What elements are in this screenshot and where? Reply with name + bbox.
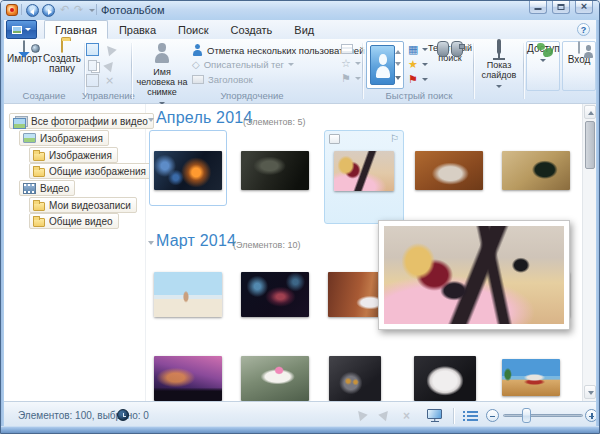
section-header-april[interactable]: Апрель 2014: [156, 109, 253, 127]
copy-icon[interactable]: [86, 59, 99, 72]
gallery-more-icon[interactable]: [395, 76, 401, 80]
sidebar-item-label: Изображения: [40, 133, 103, 144]
star-outline-icon: ☆: [341, 58, 351, 69]
photo-preview-image: [384, 226, 564, 324]
photo-thumbnail-tiger[interactable]: [415, 151, 483, 190]
tag-people-button[interactable]: Отметка нескольких пользователей: [192, 44, 364, 56]
qat-customize-chevron-icon[interactable]: [89, 9, 95, 12]
app-icon[interactable]: [6, 4, 18, 16]
zoom-out-button[interactable]: [486, 409, 499, 422]
maximize-button[interactable]: [552, 1, 570, 14]
folder-icon: [33, 168, 45, 177]
photo-thumbnail-white-cat[interactable]: [414, 356, 476, 401]
sidebar-item-my-videos[interactable]: Мои видеозаписи: [29, 197, 137, 213]
file-menu-button[interactable]: [6, 20, 37, 39]
signin-person-icon: [578, 41, 580, 54]
folder-icon: [33, 202, 45, 211]
tab-home[interactable]: Главная: [44, 20, 108, 39]
new-folder-button[interactable]: Создать папку: [42, 41, 82, 89]
vertical-scrollbar[interactable]: [582, 104, 596, 401]
slideshow-button[interactable]: Показ слайдов: [476, 41, 522, 89]
sidebar-item-public-pictures[interactable]: Общие изображения: [29, 163, 152, 179]
tab-view[interactable]: Вид: [283, 20, 325, 39]
photo-thumbnail-old-tv[interactable]: [502, 151, 570, 190]
photo-thumbnail-book-gem[interactable]: [241, 356, 309, 401]
minimize-button[interactable]: [529, 1, 547, 14]
sidebar-item-pictures-folder[interactable]: Изображения: [29, 147, 118, 163]
delete-icon[interactable]: ×: [103, 74, 116, 87]
details-view-icon[interactable]: [467, 411, 478, 413]
pictures-library-icon: [23, 133, 36, 143]
section-header-march[interactable]: Март 2014: [156, 232, 236, 250]
person-name-button[interactable]: Имя человека на снимке: [134, 41, 190, 89]
undo-icon[interactable]: ↶: [60, 3, 69, 16]
close-button[interactable]: ×: [575, 1, 593, 14]
paste-icon[interactable]: [86, 74, 99, 87]
filter-flag-button[interactable]: ⚑: [408, 74, 428, 85]
photo-thumbnail-boat-beach[interactable]: [502, 359, 560, 396]
import-button[interactable]: Импорт: [7, 41, 41, 89]
file-menu-picture-icon: [12, 26, 22, 34]
sidebar-item-pictures-library[interactable]: Изображения: [19, 130, 109, 146]
text-search-button[interactable]: Текстовый поиск: [428, 41, 472, 89]
sidebar-item-public-videos[interactable]: Общие видео: [29, 213, 119, 229]
sidebar-item-all-media[interactable]: Все фотографии и видео: [9, 113, 154, 129]
photo-thumbnail-night-city[interactable]: [154, 151, 222, 190]
photo-thumbnail-woman-pink-bed[interactable]: [334, 151, 394, 191]
photo-thumbnail-dark-scene[interactable]: [241, 151, 309, 190]
rotate-left-icon[interactable]: [103, 43, 116, 56]
rotate-right-icon[interactable]: [103, 59, 116, 72]
collapse-chevron-icon[interactable]: [148, 118, 154, 122]
forward-button[interactable]: [42, 4, 55, 17]
share-button[interactable]: Доступ: [526, 41, 560, 91]
descriptive-tag-button[interactable]: ◇ Описательный тег: [192, 59, 294, 70]
photo-checkbox[interactable]: [329, 134, 340, 144]
gallery-down-icon[interactable]: [395, 62, 401, 66]
caption-button[interactable]: Заголовок: [192, 74, 253, 85]
tab-create[interactable]: Создать: [220, 20, 284, 39]
person-icon: [153, 43, 171, 63]
flag-button[interactable]: ⚑: [341, 73, 361, 84]
sidebar-item-label: Все фотографии и видео: [31, 116, 148, 127]
gallery-up-icon[interactable]: [395, 50, 401, 54]
ribbon: Импорт Создать папку Создание × Управлен…: [4, 39, 596, 104]
back-button[interactable]: [26, 4, 39, 17]
slideshow-icon[interactable]: [427, 409, 442, 419]
tab-edit[interactable]: Правка: [108, 20, 167, 39]
photo-thumbnail-sunset-palms[interactable]: [154, 356, 222, 401]
photo-thumbnail-beach-woman[interactable]: [154, 272, 222, 317]
flag-icon: ⚑: [341, 73, 351, 84]
rotate-left-icon[interactable]: [354, 408, 367, 421]
item-count-status: Элементов: 100, выбрано: 0: [18, 410, 149, 421]
geotag-icon: [341, 44, 353, 54]
collapse-chevron-icon[interactable]: [148, 241, 154, 245]
flag-outline-icon[interactable]: ⚐: [390, 134, 399, 144]
zoom-slider-track[interactable]: [503, 414, 583, 417]
scroll-up-button[interactable]: [584, 105, 596, 119]
navigation-pane: Все фотографии и видео Изображения Изобр…: [4, 104, 146, 401]
delete-icon[interactable]: ×: [403, 410, 410, 422]
videos-library-icon: [23, 183, 36, 194]
photo-thumbnail-gray-cat[interactable]: [329, 356, 381, 401]
people-search-gallery-button[interactable]: [366, 41, 404, 89]
tag-person-icon: [192, 44, 203, 56]
sidebar-item-videos-library[interactable]: Видео: [19, 180, 75, 196]
rate-button[interactable]: ☆: [341, 58, 361, 69]
redo-icon[interactable]: ↷: [74, 3, 83, 16]
scrollbar-thumb[interactable]: [585, 121, 595, 169]
people-tile-icon: [370, 45, 395, 85]
help-icon[interactable]: ?: [577, 23, 590, 36]
select-all-icon[interactable]: [86, 43, 99, 56]
geotag-button[interactable]: [341, 44, 353, 54]
signin-button[interactable]: Вход: [562, 41, 596, 91]
scroll-down-button[interactable]: [584, 385, 596, 399]
zoom-slider-thumb[interactable]: [522, 408, 531, 423]
window-frame-bottom: [1, 426, 599, 433]
tab-find[interactable]: Поиск: [167, 20, 219, 39]
group-label-create: Создание: [6, 90, 82, 101]
filter-star-button[interactable]: ★: [408, 59, 428, 70]
photo-thumbnail-galaxy[interactable]: [241, 272, 309, 317]
filter-grid-button[interactable]: ▦: [408, 44, 428, 55]
caption-icon: [192, 75, 204, 84]
rotate-right-icon[interactable]: [378, 408, 391, 421]
